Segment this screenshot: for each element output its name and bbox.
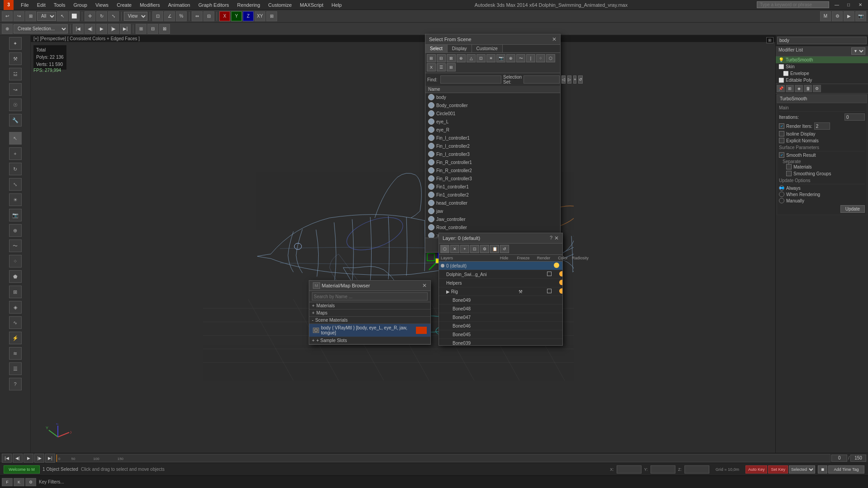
- first-frame-btn[interactable]: |◀: [73, 24, 84, 34]
- menu-rendering[interactable]: Rendering: [234, 1, 264, 9]
- modify-tab[interactable]: ⚒: [9, 52, 22, 65]
- total-frames-input[interactable]: [850, 455, 866, 462]
- layer-help-btn[interactable]: ?: [550, 235, 552, 241]
- layer-list[interactable]: 0 (default) Dolphin_Swi...g_Ani Helpers: [439, 262, 562, 345]
- select-tool[interactable]: ↖: [57, 11, 68, 21]
- z-axis-btn[interactable]: Z: [243, 11, 254, 21]
- layer-properties-btn[interactable]: 📋: [490, 245, 499, 253]
- isoline-checkbox[interactable]: [779, 131, 784, 136]
- undo-button[interactable]: ↩: [2, 11, 13, 21]
- layer-icon-btn[interactable]: ⬡: [440, 245, 449, 253]
- sel-set-btn3[interactable]: +: [573, 75, 576, 84]
- remove-modifier-btn[interactable]: 🗑: [804, 85, 812, 92]
- z-field[interactable]: [684, 465, 709, 474]
- camera-icon-btn[interactable]: 📷: [496, 54, 505, 62]
- sel-none-btn[interactable]: ⊟: [437, 54, 446, 62]
- menu-maxscript[interactable]: MAXScript: [296, 1, 327, 9]
- list-item[interactable]: Fin_R_controller3: [425, 174, 560, 183]
- move-btn[interactable]: +: [9, 147, 22, 160]
- smooth-result-checkbox[interactable]: ✓: [779, 152, 784, 158]
- always-radio[interactable]: [779, 185, 784, 191]
- material-editor-btn[interactable]: M: [820, 11, 831, 21]
- layer-row[interactable]: 0 (default): [439, 262, 562, 270]
- render-iters-input[interactable]: [814, 122, 830, 130]
- create-selection-btn[interactable]: ⊕: [2, 24, 13, 34]
- layer-add-btn[interactable]: +: [460, 245, 469, 253]
- spacewarp-icon-btn[interactable]: 〜: [516, 54, 525, 62]
- modifier-dropdown[interactable]: ▼: [851, 47, 865, 55]
- sel-all-btn[interactable]: ⊞: [427, 54, 436, 62]
- list-item[interactable]: Fin1_controller2: [425, 191, 560, 199]
- y-field[interactable]: [651, 465, 675, 474]
- turbosmooth-modifier[interactable]: 💡 TurboSmooth: [776, 56, 868, 63]
- layer-row[interactable]: Helpers: [439, 279, 562, 287]
- sel-set-btn4[interactable]: ↺: [578, 75, 583, 84]
- create-selection-dropdown[interactable]: Create Selection...: [14, 24, 68, 33]
- rotate-tool[interactable]: ↻: [96, 11, 107, 21]
- layer-move-up-btn[interactable]: ⊡: [470, 245, 479, 253]
- select-tab[interactable]: Select: [425, 45, 448, 52]
- sel-filter-btn[interactable]: ⊕: [457, 54, 466, 62]
- xy-plane-btn[interactable]: XY: [255, 11, 265, 21]
- layer-row[interactable]: Dolphin_Swi...g_Ani: [439, 270, 562, 279]
- minimize-button[interactable]: —: [833, 2, 841, 8]
- redo-button[interactable]: ↪: [14, 11, 24, 21]
- rotate-btn[interactable]: ↻: [9, 163, 22, 175]
- menu-file[interactable]: File: [17, 1, 33, 9]
- menu-tools[interactable]: Tools: [50, 1, 69, 9]
- materials-checkbox[interactable]: [786, 164, 792, 169]
- key-filters-btn[interactable]: ⚙: [25, 478, 36, 486]
- list-item[interactable]: jaw: [425, 207, 560, 215]
- filter-btn[interactable]: F: [2, 478, 13, 486]
- shape-icon-btn[interactable]: ⊡: [476, 54, 486, 62]
- make-unique-btn[interactable]: ◈: [795, 85, 803, 92]
- render-frame-btn[interactable]: 📷: [855, 11, 866, 21]
- prev-key-btn2[interactable]: ◀|: [13, 454, 23, 463]
- geometry-btn[interactable]: △: [467, 54, 476, 62]
- list-item[interactable]: Body_controller: [425, 101, 560, 109]
- list-item[interactable]: Jaw_controller: [425, 215, 560, 223]
- update-button[interactable]: Update: [840, 205, 865, 213]
- nurbs-btn[interactable]: ∿: [9, 316, 22, 329]
- filter-dropdown[interactable]: All: [37, 12, 56, 21]
- view-dropdown[interactable]: View: [124, 12, 147, 21]
- timeline[interactable]: 0 50 100 150: [56, 454, 830, 462]
- menu-edit[interactable]: Edit: [33, 1, 49, 9]
- xref-icon-btn[interactable]: X: [427, 63, 436, 71]
- render-btn[interactable]: ▶: [844, 11, 854, 21]
- last-frame-btn[interactable]: ▶|: [120, 24, 131, 34]
- list-item[interactable]: Circle001: [425, 109, 560, 117]
- maximize-button[interactable]: □: [844, 2, 853, 8]
- current-frame-input[interactable]: [831, 455, 847, 462]
- sample-slots-section[interactable]: + + Sample Slots: [309, 337, 430, 344]
- display-tab[interactable]: ☉: [9, 99, 22, 111]
- selection-set-input[interactable]: [524, 75, 560, 84]
- auto-key-btn[interactable]: Auto Key: [745, 465, 768, 474]
- smoothing-checkbox[interactable]: [786, 171, 792, 176]
- y-axis-btn[interactable]: Y: [231, 11, 242, 21]
- layer-row[interactable]: Bone049: [439, 296, 562, 305]
- create-tab[interactable]: ✦: [9, 37, 22, 50]
- compound-btn[interactable]: ⊞: [9, 286, 22, 298]
- list-item[interactable]: Fin_R_controller2: [425, 166, 560, 174]
- materials-section[interactable]: + Materials: [309, 302, 430, 310]
- close-button[interactable]: ✕: [856, 2, 864, 8]
- prev-key-btn[interactable]: ◀|: [85, 24, 95, 34]
- display-tab[interactable]: Display: [448, 45, 472, 52]
- layer-row[interactable]: Bone039: [439, 339, 562, 345]
- list-item[interactable]: Fin_R_controller1: [425, 158, 560, 166]
- percent-snap[interactable]: %: [176, 11, 187, 21]
- mat-close-btn[interactable]: ✕: [422, 282, 427, 289]
- viewport-maximize-btn[interactable]: ⊞: [766, 37, 774, 43]
- help-btn[interactable]: ?: [9, 378, 22, 390]
- scale-btn[interactable]: ⤡: [9, 178, 22, 191]
- list-item[interactable]: eye_L: [425, 117, 560, 126]
- turbosmooth-rollout-header[interactable]: TurboSmooth: [777, 94, 867, 103]
- pin-stack-btn[interactable]: 📌: [777, 85, 785, 92]
- set-key-icon-btn[interactable]: ⏹: [818, 465, 827, 474]
- light-btn[interactable]: ☀: [9, 193, 22, 206]
- layer-close-btn[interactable]: ✕: [554, 235, 559, 241]
- scale-tool[interactable]: ⤡: [108, 11, 119, 21]
- layer-row[interactable]: Bone047: [439, 313, 562, 322]
- list-item[interactable]: Root_controller: [425, 223, 560, 231]
